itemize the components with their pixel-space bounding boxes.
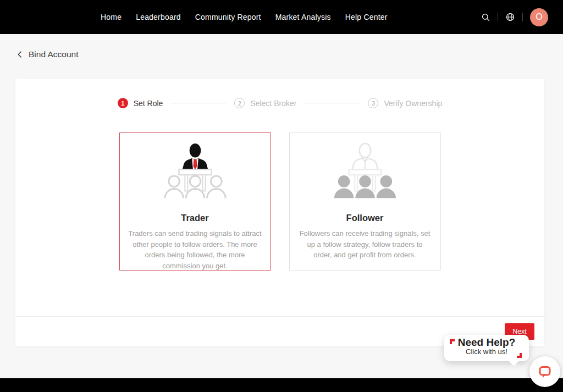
- nav-divider: [498, 13, 498, 21]
- nav-item-community-report[interactable]: Community Report: [195, 13, 261, 21]
- nav-item-leaderboard[interactable]: Leaderboard: [136, 13, 181, 21]
- nav-item-home[interactable]: Home: [101, 13, 122, 21]
- step-2-circle: 2: [234, 98, 245, 108]
- role-card-trader[interactable]: Trader Traders can send trading signals …: [119, 132, 271, 270]
- globe-icon[interactable]: [505, 12, 515, 22]
- stepper-connector: [170, 103, 227, 103]
- back-chevron-icon: [16, 51, 24, 58]
- step-verify-ownership: 3 Verify Ownership: [368, 98, 442, 108]
- step-3-circle: 3: [368, 98, 378, 108]
- corner-bracket-icon: [450, 339, 455, 344]
- role-card-follower[interactable]: Follower Followers can receive trading s…: [289, 132, 441, 270]
- step-set-role: 1 Set Role: [118, 98, 163, 108]
- role-options: Trader Traders can send trading signals …: [15, 132, 544, 270]
- trader-at-podium-icon: [163, 142, 228, 207]
- nav-item-help-center[interactable]: Help Center: [345, 13, 388, 21]
- bind-account-card: 1 Set Role 2 Select Broker 3 Verify Owne…: [15, 79, 544, 346]
- corner-bracket-icon: [517, 353, 522, 358]
- stepper: 1 Set Role 2 Select Broker 3 Verify Owne…: [15, 98, 544, 108]
- nav-item-market-analysis[interactable]: Market Analysis: [275, 13, 331, 21]
- step-2-label: Select Broker: [250, 99, 296, 108]
- chat-bubble-icon: [537, 363, 553, 380]
- role-description-follower: Followers can receive trading signals, s…: [290, 228, 440, 261]
- step-3-label: Verify Ownership: [384, 99, 442, 108]
- step-select-broker: 2 Select Broker: [234, 98, 296, 108]
- help-bubble-title: Need Help?: [444, 336, 529, 349]
- page: Home Leaderboard Community Report Market…: [0, 0, 563, 392]
- need-help-bubble[interactable]: Need Help? Click with us!: [444, 335, 529, 361]
- main-nav: Home Leaderboard Community Report Market…: [101, 13, 388, 21]
- search-icon[interactable]: [481, 13, 490, 22]
- page-title: Bind Account: [29, 49, 78, 59]
- step-1-label: Set Role: [134, 99, 163, 108]
- breadcrumb-back[interactable]: Bind Account: [16, 49, 78, 59]
- role-title-trader: Trader: [120, 213, 271, 223]
- top-navbar: Home Leaderboard Community Report Market…: [0, 0, 563, 34]
- user-avatar[interactable]: O: [530, 8, 548, 26]
- audience-group-icon: [333, 142, 398, 207]
- live-chat-button[interactable]: [529, 356, 560, 387]
- stepper-connector: [304, 103, 360, 103]
- footer-bar: [0, 378, 563, 392]
- nav-divider: [522, 13, 523, 21]
- help-bubble-subtitle: Click with us!: [444, 347, 529, 356]
- step-1-circle: 1: [118, 98, 128, 108]
- role-description-trader: Traders can send trading signals to attr…: [120, 228, 271, 271]
- nav-right-controls: O: [481, 8, 563, 26]
- role-title-follower: Follower: [290, 213, 440, 223]
- card-footer-divider: [15, 316, 544, 317]
